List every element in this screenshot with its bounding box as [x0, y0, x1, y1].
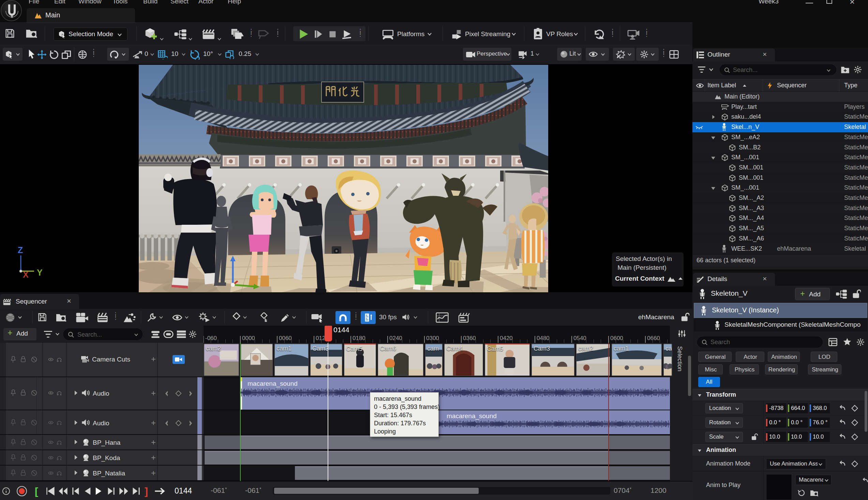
svg-text:Z: Z [18, 245, 23, 255]
svg-text:Y: Y [37, 268, 43, 277]
svg-text:X: X [23, 270, 28, 279]
